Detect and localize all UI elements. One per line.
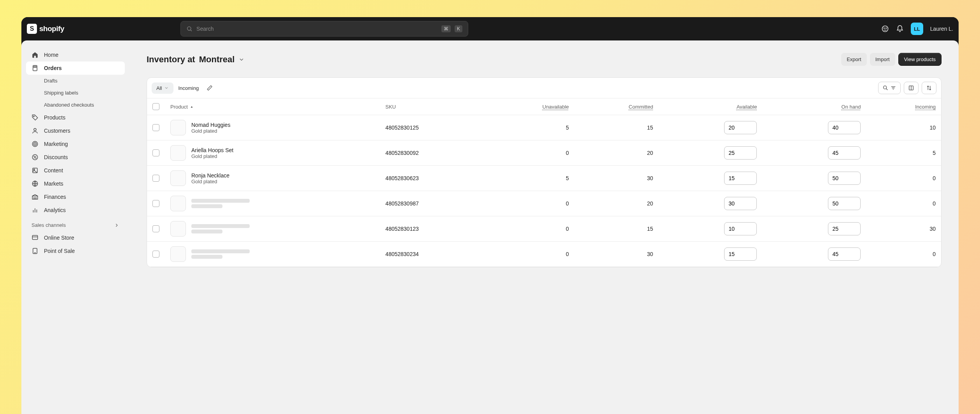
svg-point-14 <box>34 156 35 157</box>
sidebar-item-finances[interactable]: Finances <box>26 190 125 203</box>
unavailable-cell: 0 <box>485 191 574 216</box>
product-thumbnail[interactable] <box>170 145 186 161</box>
sidebar-item-content[interactable]: Content <box>26 164 125 177</box>
on-hand-input[interactable] <box>828 121 861 134</box>
on-hand-input[interactable] <box>828 247 861 261</box>
product-thumbnail[interactable] <box>170 120 186 135</box>
sidebar-item-products[interactable]: Products <box>26 111 125 124</box>
face-icon[interactable] <box>881 25 889 33</box>
view-products-button[interactable]: View products <box>898 53 942 66</box>
committed-cell: 20 <box>574 140 659 166</box>
select-all-checkbox[interactable] <box>152 103 159 110</box>
committed-cell: 30 <box>574 242 659 267</box>
markets-icon <box>32 180 38 187</box>
on-hand-input[interactable] <box>828 172 861 185</box>
available-input[interactable] <box>724 121 757 134</box>
product-name[interactable]: Ronja Necklace <box>191 172 229 179</box>
row-checkbox[interactable] <box>152 251 159 258</box>
on-hand-input[interactable] <box>828 197 861 210</box>
sidebar-item-home[interactable]: Home <box>26 48 125 61</box>
product-thumbnail[interactable] <box>170 196 186 211</box>
unavailable-cell: 0 <box>485 242 574 267</box>
sidebar-item-drafts[interactable]: Drafts <box>26 75 125 87</box>
product-thumbnail[interactable] <box>170 246 186 262</box>
available-input[interactable] <box>724 197 757 210</box>
col-unavailable[interactable]: Unavailable <box>485 98 574 115</box>
sidebar-item-abandoned-checkouts[interactable]: Abandoned checkouts <box>26 99 125 111</box>
sku-cell: 48052830234 <box>380 242 485 267</box>
on-hand-input[interactable] <box>828 146 861 160</box>
product-thumbnail[interactable] <box>170 170 186 186</box>
sidebar-item-markets[interactable]: Markets <box>26 177 125 190</box>
shopify-bag-icon: S <box>27 24 37 34</box>
sidebar-item-label: Products <box>44 114 65 121</box>
col-on-hand[interactable]: On hand <box>762 98 866 115</box>
row-checkbox[interactable] <box>152 200 159 207</box>
main: Inventory at Montreal Export Import View… <box>130 40 959 414</box>
topbar: S shopify Search ⌘ K LL Lauren L. <box>21 17 959 40</box>
col-incoming[interactable]: Incoming <box>866 98 941 115</box>
available-input[interactable] <box>724 222 757 235</box>
on-hand-input[interactable] <box>828 222 861 235</box>
available-input[interactable] <box>724 172 757 185</box>
available-input[interactable] <box>724 247 757 261</box>
content-icon <box>32 167 38 174</box>
tab-incoming[interactable]: Incoming <box>173 82 203 94</box>
available-input[interactable] <box>724 146 757 160</box>
row-checkbox[interactable] <box>152 124 159 131</box>
brand-logo[interactable]: S shopify <box>27 24 64 34</box>
row-checkbox[interactable] <box>152 149 159 156</box>
sidebar-item-label: Discounts <box>44 154 68 160</box>
shortcut-key: K <box>455 25 462 32</box>
unavailable-cell: 5 <box>485 166 574 191</box>
sidebar-item-orders[interactable]: Orders <box>26 61 125 75</box>
edit-tabs-icon[interactable] <box>206 85 213 91</box>
search-bar[interactable]: Search ⌘ K <box>180 21 468 37</box>
search-filter-button[interactable] <box>878 82 901 94</box>
sidebar-item-label: Orders <box>44 65 62 71</box>
user-name[interactable]: Lauren L. <box>930 26 953 32</box>
sort-asc-icon <box>190 105 194 109</box>
incoming-cell: 0 <box>866 242 941 267</box>
columns-button[interactable] <box>904 82 919 94</box>
sidebar-item-shipping-labels[interactable]: Shipping labels <box>26 87 125 99</box>
chevron-right-icon[interactable] <box>114 223 119 228</box>
skeleton-line <box>191 204 222 208</box>
product-name[interactable]: Nomad Huggies <box>191 122 230 128</box>
product-thumbnail[interactable] <box>170 221 186 237</box>
sidebar-item-marketing[interactable]: Marketing <box>26 137 125 151</box>
row-checkbox[interactable] <box>152 225 159 232</box>
col-committed[interactable]: Committed <box>574 98 659 115</box>
export-button[interactable]: Export <box>841 53 867 66</box>
tab-all[interactable]: All <box>152 82 173 94</box>
user-avatar[interactable]: LL <box>911 23 923 35</box>
import-button[interactable]: Import <box>870 53 895 66</box>
col-product[interactable]: Product <box>165 98 380 115</box>
home-icon <box>32 51 38 58</box>
row-checkbox[interactable] <box>152 175 159 182</box>
sku-cell: 48052830987 <box>380 191 485 216</box>
page-title[interactable]: Inventory at Montreal <box>147 54 245 65</box>
svg-point-11 <box>35 144 35 144</box>
sidebar-item-label: Content <box>44 167 63 174</box>
sort-button[interactable] <box>922 82 936 94</box>
channel-item-point-of-sale[interactable]: Point of Sale <box>26 244 125 258</box>
sidebar-item-customers[interactable]: Customers <box>26 124 125 137</box>
skeleton-line <box>191 224 250 228</box>
table-row: 480528309870200 <box>147 191 941 216</box>
unavailable-cell: 5 <box>485 115 574 140</box>
sidebar-item-label: Finances <box>44 194 66 200</box>
sidebar-item-analytics[interactable]: Analytics <box>26 203 125 217</box>
pos-icon <box>32 247 38 254</box>
sidebar-item-discounts[interactable]: Discounts <box>26 151 125 164</box>
skeleton-line <box>191 249 250 253</box>
page-header: Inventory at Montreal Export Import View… <box>147 53 942 66</box>
product-name[interactable]: Ariella Hoops Set <box>191 147 233 153</box>
bell-icon[interactable] <box>896 25 904 33</box>
app-shell: S shopify Search ⌘ K LL Lauren L. HomeOr… <box>21 17 959 414</box>
committed-cell: 20 <box>574 191 659 216</box>
col-available[interactable]: Available <box>658 98 762 115</box>
channel-item-online-store[interactable]: Online Store <box>26 231 125 244</box>
col-sku: SKU <box>380 98 485 115</box>
sku-cell: 48052830125 <box>380 115 485 140</box>
